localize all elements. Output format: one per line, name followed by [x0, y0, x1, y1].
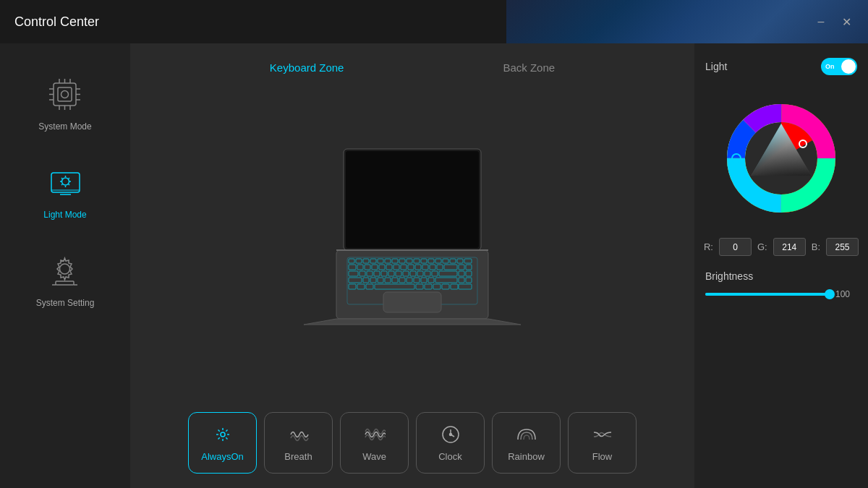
light-toggle-row: Light On [705, 58, 857, 75]
svg-point-109 [221, 432, 225, 437]
brightness-fill [705, 293, 830, 296]
svg-line-25 [68, 178, 69, 179]
tab-back-zone[interactable]: Back Zone [495, 58, 562, 77]
svg-line-116 [226, 430, 227, 432]
sidebar-item-light-mode-label: Light Mode [43, 210, 86, 220]
rgb-inputs: R: G: B: [704, 238, 859, 256]
window-controls: – ✕ [814, 14, 854, 29]
svg-rect-0 [54, 83, 76, 106]
svg-point-121 [449, 434, 451, 436]
close-button[interactable]: ✕ [839, 14, 854, 29]
toggle-knob [841, 59, 856, 74]
brightness-value: 100 [835, 289, 857, 299]
b-input[interactable] [826, 238, 859, 256]
light-toggle[interactable]: On [821, 58, 857, 75]
svg-point-27 [60, 264, 70, 274]
sidebar-item-system-mode[interactable]: System Mode [31, 65, 98, 139]
mode-btn-wave[interactable]: Wave [340, 412, 409, 474]
svg-line-115 [226, 437, 227, 439]
color-wheel[interactable] [716, 93, 846, 223]
mode-btn-rainbow[interactable]: Rainbow [492, 412, 561, 474]
mode-breath-label: Breath [284, 451, 312, 462]
right-panel: Light On [694, 43, 868, 488]
light-label: Light [705, 61, 727, 72]
b-label: B: [812, 241, 820, 252]
mode-btn-clock[interactable]: Clock [416, 412, 485, 474]
toggle-on-text: On [825, 63, 835, 70]
mode-rainbow-label: Rainbow [508, 451, 545, 462]
g-input[interactable] [773, 238, 806, 256]
mode-buttons: AlwaysOn Breath Wave [188, 401, 637, 488]
light-mode-icon [43, 160, 87, 204]
r-label: R: [704, 241, 713, 252]
svg-line-23 [61, 178, 63, 179]
cpu-icon [43, 72, 87, 116]
sidebar-item-light-mode[interactable]: Light Mode [36, 153, 94, 227]
svg-rect-28 [56, 281, 74, 285]
minimize-button[interactable]: – [814, 14, 828, 29]
svg-line-24 [68, 184, 69, 185]
mode-wave-label: Wave [362, 451, 386, 462]
svg-line-117 [218, 437, 219, 439]
svg-rect-33 [346, 151, 479, 248]
sidebar-item-system-setting[interactable]: System Setting [29, 241, 102, 315]
r-input[interactable] [719, 238, 752, 256]
brightness-slider[interactable] [705, 293, 830, 296]
svg-point-2 [61, 90, 69, 98]
brightness-knob [825, 289, 835, 299]
sidebar: System Mode [0, 43, 130, 488]
sidebar-item-system-mode-label: System Mode [38, 121, 91, 132]
laptop-preview [297, 77, 528, 401]
svg-rect-1 [58, 87, 72, 101]
mode-alwayson-label: AlwaysOn [201, 451, 244, 462]
title-bar: Control Center – ✕ [0, 0, 868, 43]
mode-btn-flow[interactable]: Flow [568, 412, 637, 474]
sidebar-item-system-setting-label: System Setting [36, 298, 95, 308]
g-label: G: [757, 241, 767, 252]
svg-rect-108 [383, 292, 441, 312]
mode-btn-alwayson[interactable]: AlwaysOn [188, 412, 257, 474]
center-panel: Keyboard Zone Back Zone [130, 43, 694, 488]
mode-flow-label: Flow [592, 451, 612, 462]
main-content: System Mode [0, 43, 868, 488]
svg-line-114 [218, 430, 219, 432]
svg-point-18 [61, 178, 69, 185]
settings-icon [43, 249, 87, 292]
tab-keyboard-zone[interactable]: Keyboard Zone [263, 58, 352, 77]
mode-clock-label: Clock [438, 451, 462, 462]
app-title: Control Center [14, 14, 99, 30]
brightness-label: Brightness [705, 270, 753, 282]
brightness-row: 100 [705, 289, 857, 299]
mode-btn-breath[interactable]: Breath [264, 412, 333, 474]
svg-line-26 [61, 184, 63, 185]
